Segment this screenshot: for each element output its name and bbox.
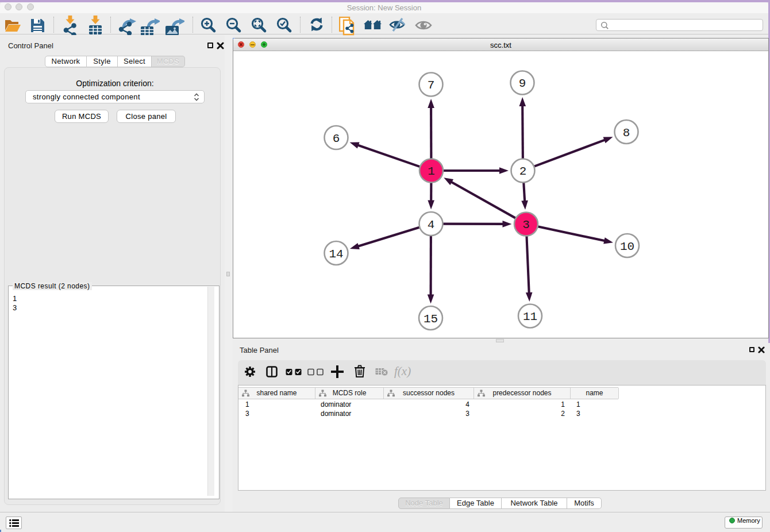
- svg-text:4: 4: [428, 218, 435, 232]
- svg-text:10: 10: [620, 240, 634, 253]
- svg-text:11: 11: [523, 310, 537, 323]
- svg-text:14: 14: [329, 248, 343, 261]
- svg-text:15: 15: [424, 313, 438, 326]
- svg-text:9: 9: [519, 77, 526, 90]
- svg-text:7: 7: [428, 79, 435, 92]
- svg-text:2: 2: [519, 165, 527, 178]
- svg-text:6: 6: [333, 132, 340, 145]
- svg-text:1: 1: [428, 165, 435, 178]
- svg-text:3: 3: [522, 218, 530, 232]
- svg-text:8: 8: [623, 126, 630, 140]
